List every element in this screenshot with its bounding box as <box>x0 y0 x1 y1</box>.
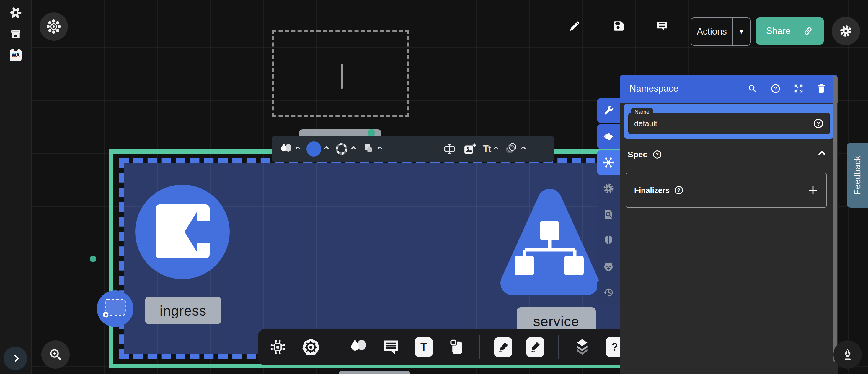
spec-section-header[interactable]: Spec <box>620 149 838 160</box>
tab-github[interactable] <box>597 254 620 279</box>
format-toolbar: Tt <box>272 136 554 162</box>
name-value: default <box>634 119 813 128</box>
text-tool[interactable]: T <box>414 337 433 357</box>
sidebar-expand-button[interactable] <box>4 347 27 370</box>
feedback-label: Feedback <box>852 156 862 195</box>
wa-badge[interactable]: WA <box>10 49 22 61</box>
tab-security[interactable] <box>597 228 620 253</box>
add-finalizer-button[interactable] <box>808 185 818 196</box>
gear-icon <box>839 24 852 38</box>
ingress-label[interactable]: ingress <box>145 296 221 324</box>
toolbar-divider <box>558 335 559 359</box>
finalizers-group: Finalizers <box>626 173 827 208</box>
text-tool-icon: T <box>421 341 427 353</box>
comment-icon[interactable] <box>655 20 669 32</box>
actions-dropdown[interactable]: ▾ <box>733 18 750 45</box>
link-icon <box>802 25 814 37</box>
name-field-label: Name <box>631 108 653 116</box>
actions-label: Actions <box>691 26 733 37</box>
archive-icon[interactable] <box>10 28 22 40</box>
nodes-flower-icon <box>602 156 615 169</box>
ingress-node[interactable] <box>135 184 230 279</box>
stroke-style-button[interactable] <box>335 142 355 156</box>
delete-icon[interactable] <box>816 83 826 94</box>
caret-down-icon: ▾ <box>740 27 743 36</box>
opacity-button[interactable] <box>504 142 525 156</box>
expand-icon[interactable] <box>793 83 804 94</box>
text-format-button[interactable]: Tt <box>483 144 498 154</box>
pen-ruler-tool[interactable] <box>494 337 512 357</box>
save-icon[interactable] <box>612 20 625 32</box>
dashed-circle-icon <box>335 142 348 156</box>
search-icon[interactable] <box>747 83 758 94</box>
shapes-style-button[interactable] <box>279 142 300 156</box>
tab-history[interactable] <box>597 280 620 305</box>
settings-button[interactable] <box>832 17 860 45</box>
panel-scrollbar[interactable] <box>833 76 837 362</box>
chevron-up-icon <box>493 146 499 152</box>
toolbar-divider <box>335 335 335 359</box>
edit-icon[interactable] <box>568 20 581 32</box>
tab-wrench[interactable] <box>597 98 620 123</box>
namespace-panel: Namespace default <box>620 75 838 374</box>
name-input[interactable]: default <box>628 113 830 135</box>
cluster-button[interactable] <box>39 12 68 41</box>
app-sidebar: WA <box>0 0 32 374</box>
opacity-icon <box>504 142 518 156</box>
zoom-button[interactable] <box>41 340 70 369</box>
text-cursor <box>341 63 343 89</box>
shield-icon <box>602 235 614 247</box>
gear-icon <box>602 182 614 194</box>
fill-color-button[interactable] <box>306 141 328 156</box>
connection-handle-left[interactable] <box>90 256 96 262</box>
chevron-up-icon <box>520 146 526 152</box>
wa-label: WA <box>11 52 20 58</box>
layers-tool-icon[interactable] <box>573 338 592 356</box>
help-icon[interactable] <box>674 185 684 195</box>
hidden-label-bottom <box>339 371 410 374</box>
tab-settings[interactable] <box>597 176 620 201</box>
nodes-flower-icon <box>46 19 61 34</box>
feedback-tab[interactable]: Feedback <box>847 143 868 208</box>
chevron-up-icon <box>350 146 356 152</box>
wa-notch <box>13 47 18 51</box>
app-logo-icon[interactable] <box>8 5 23 20</box>
resize-width-icon[interactable] <box>443 142 457 156</box>
pencil-tool[interactable] <box>526 337 545 357</box>
help-icon[interactable] <box>770 83 781 94</box>
pen-mode-button[interactable] <box>833 340 862 369</box>
toolbar-divider <box>479 335 480 359</box>
app-canvas: ? ingress service <box>0 0 868 374</box>
frame-tool-icon[interactable] <box>447 338 466 356</box>
add-image-icon[interactable] <box>463 142 476 156</box>
circuit-icon[interactable] <box>268 338 287 356</box>
manifest-search-icon <box>602 208 614 220</box>
pen-ruler-icon <box>496 340 510 354</box>
panel-header: Namespace <box>620 75 838 103</box>
share-label: Share <box>766 26 790 36</box>
github-icon <box>602 260 615 273</box>
actions-button[interactable]: Actions ▾ <box>690 18 751 46</box>
tab-kubernetes-nodes[interactable] <box>597 150 620 175</box>
history-icon <box>602 287 614 298</box>
collapse-chevron-icon[interactable] <box>818 151 826 158</box>
tag-icon <box>602 131 614 142</box>
help-icon[interactable] <box>813 118 824 129</box>
shapes-tool-icon[interactable] <box>349 338 368 356</box>
chevron-up-icon <box>323 146 329 152</box>
inspector-tab-strip <box>597 98 620 306</box>
tab-tag[interactable] <box>597 124 620 149</box>
help-tool-icon: ? <box>612 341 618 353</box>
namespace-badge[interactable] <box>97 290 133 327</box>
kubernetes-helm-icon[interactable] <box>301 337 321 357</box>
chevron-right-icon <box>11 354 19 362</box>
service-node[interactable] <box>499 182 599 295</box>
panel-title: Namespace <box>629 83 747 94</box>
share-button[interactable]: Share <box>756 18 824 45</box>
chevron-up-icon <box>377 146 383 152</box>
copy-style-button[interactable] <box>362 142 382 155</box>
help-icon[interactable] <box>652 149 662 160</box>
tab-manifest-search[interactable] <box>597 202 620 227</box>
finalizers-label: Finalizers <box>634 186 670 195</box>
comment-tool-icon[interactable] <box>382 338 401 356</box>
